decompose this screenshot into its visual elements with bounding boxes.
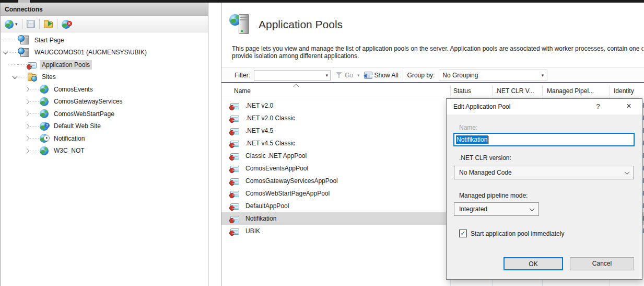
tree-dotted-connector xyxy=(30,126,40,127)
pipeline-mode-value: Integrated xyxy=(459,205,530,213)
dialog-title: Edit Application Pool xyxy=(453,103,642,110)
page-title: Application Pools xyxy=(259,18,343,31)
app-pool-name: Classic .NET AppPool xyxy=(245,152,307,159)
clr-version-select[interactable]: No Managed Code xyxy=(454,166,634,179)
tree-item-comoswebstartpage[interactable]: ComosWebStartPage xyxy=(1,108,208,120)
chevron-right-icon[interactable] xyxy=(23,98,30,105)
tree-leader xyxy=(2,40,9,40)
chevron-right-icon[interactable] xyxy=(23,110,30,118)
connect-dropdown-caret-icon[interactable]: ▾ xyxy=(15,21,18,27)
go-options-caret-icon[interactable]: ▾ xyxy=(357,73,360,78)
tree-item-label: Notification xyxy=(52,134,87,143)
chevron-glyph xyxy=(24,148,29,153)
tree-item-label: Application Pools xyxy=(40,60,92,70)
group-by-select[interactable]: No Grouping ▾ xyxy=(439,70,547,81)
chevron-glyph xyxy=(24,123,29,129)
app-pool-icon xyxy=(230,166,239,172)
filter-dropdown-caret-icon[interactable]: ▾ xyxy=(325,73,328,78)
tree-item-notification[interactable]: Notification xyxy=(1,132,208,145)
app-pool-name: ComosWebStartPageAppPool xyxy=(245,190,330,197)
app-pool-name: Notifikation xyxy=(245,215,276,222)
tree-dotted-connector xyxy=(30,151,40,151)
show-all-icon[interactable] xyxy=(364,72,372,79)
filter-input[interactable]: ▾ xyxy=(254,70,331,81)
column-separator[interactable] xyxy=(542,85,543,96)
filter-toolbar: Filter: ▾ Go ▾ Show All Group by: No Gro… xyxy=(221,67,644,82)
application-pools-icon xyxy=(229,14,251,35)
connections-tree: Start PageWAUGCOMOS01 (AUGMENSYS\UBIK)Ap… xyxy=(1,32,208,157)
edit-application-pool-dialog: Edit Application Pool ? × Name: Notifika… xyxy=(446,98,642,280)
tree-item-comosgatewayservices[interactable]: ComosGatewayServices xyxy=(1,96,208,108)
save-icon xyxy=(27,20,35,28)
tree-item-label: WAUGCOMOS01 (AUGMENSYS\UBIK) xyxy=(32,48,149,57)
tree-item-comosevents[interactable]: ComosEvents xyxy=(1,83,208,96)
disconnect-button[interactable] xyxy=(61,19,72,30)
toolbar-divider xyxy=(221,82,644,83)
chevron-down-icon[interactable] xyxy=(11,73,18,81)
tree-item-sites[interactable]: Sites xyxy=(1,71,208,84)
column-header-identity[interactable]: Identity xyxy=(614,87,634,95)
globe-icon xyxy=(40,146,49,155)
tree-item-waugcomos01-augmensys-ubik-[interactable]: WAUGCOMOS01 (AUGMENSYS\UBIK) xyxy=(1,47,208,59)
chevron-right-icon[interactable] xyxy=(23,122,30,130)
go-button[interactable]: Go xyxy=(345,72,353,79)
text-cursor xyxy=(488,136,489,144)
chevron-down-icon xyxy=(625,169,630,175)
tree-item-label: Default Web Site xyxy=(52,121,103,131)
connections-toolbar: ▾ xyxy=(1,16,208,32)
connect-button[interactable]: ▾ xyxy=(4,19,19,30)
dialog-titlebar[interactable]: Edit Application Pool xyxy=(447,99,642,115)
help-button[interactable]: ? xyxy=(590,99,606,115)
tree-dotted-connector xyxy=(18,64,28,65)
connections-title: Connections xyxy=(5,6,43,13)
chevron-right-icon[interactable] xyxy=(23,135,30,142)
chevron-down-icon[interactable] xyxy=(2,49,9,56)
app-pool-icon xyxy=(230,141,239,147)
tree-item-start-page[interactable]: Start Page xyxy=(1,34,208,47)
tree-dotted-connector xyxy=(30,89,40,89)
close-icon[interactable]: × xyxy=(620,99,638,115)
chevron-glyph xyxy=(24,87,29,92)
save-connections-button[interactable] xyxy=(26,19,36,29)
pipeline-mode-select[interactable]: Integrated xyxy=(454,202,539,216)
ok-button[interactable]: OK xyxy=(504,257,563,270)
column-separator[interactable] xyxy=(450,85,451,96)
app-pool-name: .NET v4.5 Classic xyxy=(245,140,295,147)
tree-item-label: Start Page xyxy=(32,36,66,45)
app-pool-icon xyxy=(230,191,239,197)
start-immediately-row: ✓ Start application pool immediately xyxy=(459,230,564,237)
app-pool-name: ComosEventsAppPool xyxy=(245,165,308,172)
column-header-managed-pipel-[interactable]: Managed Pipel... xyxy=(547,87,594,95)
show-all-button[interactable]: Show All xyxy=(374,72,399,79)
start-immediately-checkbox[interactable]: ✓ xyxy=(459,230,467,237)
tree-dotted-connector xyxy=(30,101,40,102)
start-immediately-label: Start application pool immediately xyxy=(471,230,564,237)
column-header-status[interactable]: Status xyxy=(453,87,471,95)
chevron-glyph xyxy=(12,74,17,79)
clr-version-value: No Managed Code xyxy=(459,169,625,176)
up-button[interactable] xyxy=(43,19,54,29)
name-field[interactable]: Notifikation xyxy=(454,133,634,146)
column-separator[interactable] xyxy=(610,85,610,96)
tree-item-w3c-not[interactable]: W3C_NOT xyxy=(1,145,208,157)
column-header--net-clr-v-[interactable]: .NET CLR V... xyxy=(495,87,534,95)
chevron-glyph xyxy=(24,99,29,104)
tree-item-label: W3C_NOT xyxy=(52,146,87,155)
cancel-button[interactable]: Cancel xyxy=(570,257,634,270)
tree-leader xyxy=(11,64,18,65)
page-description-line1: This page lets you view and manage the l… xyxy=(232,45,643,52)
go-funnel-icon[interactable] xyxy=(336,72,343,78)
tree-dotted-connector xyxy=(18,77,28,77)
column-separator[interactable] xyxy=(492,85,493,96)
chevron-right-icon[interactable] xyxy=(23,86,30,93)
app-pool-icon xyxy=(230,153,239,159)
tree-item-default-web-site[interactable]: Default Web Site xyxy=(1,120,208,133)
tree-item-application-pools[interactable]: Application Pools xyxy=(1,59,208,71)
app-pool-icon xyxy=(230,128,239,134)
column-header-name[interactable]: Name xyxy=(234,87,251,95)
chevron-glyph xyxy=(3,49,8,54)
globe-stop-icon xyxy=(40,134,49,143)
globe-icon xyxy=(40,109,49,118)
sort-ascending-icon xyxy=(293,84,299,89)
chevron-right-icon[interactable] xyxy=(23,147,30,154)
